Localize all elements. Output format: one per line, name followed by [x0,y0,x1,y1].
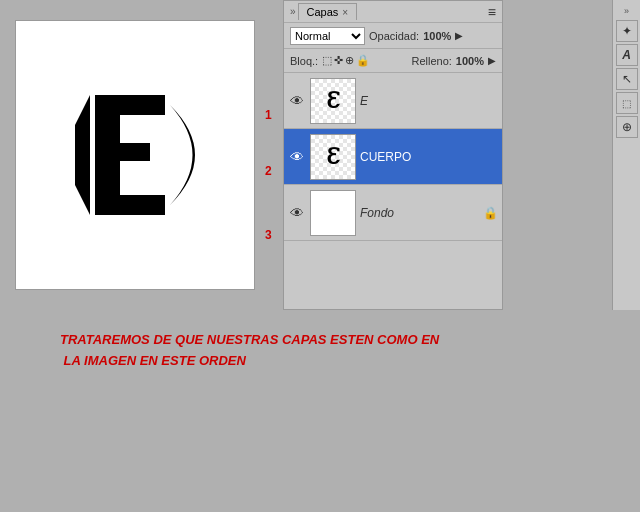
opacity-label: Opacidad: [369,30,419,42]
bottom-text-area: TRATAREMOS DE QUE NUESTRAS CAPAS ESTEN C… [0,310,640,510]
lock-icons: ⬚ ✜ ⊕ 🔒 [322,54,370,67]
instruction-text: TRATAREMOS DE QUE NUESTRAS CAPAS ESTEN C… [60,330,580,372]
layer-row-fondo[interactable]: 👁 Fondo 🔒 [284,185,502,241]
fill-value: 100% [456,55,484,67]
layer-lock-icon: 🔒 [483,206,498,220]
layer-name-e: E [360,94,498,108]
expand-icon: » [290,6,296,17]
layer-name-fondo: Fondo [360,206,479,220]
layer-row-cuerpo[interactable]: 👁 Ɛ CUERPO [284,129,502,185]
layer-thumb-cuerpo: Ɛ [310,134,356,180]
layer-visibility-fondo[interactable]: 👁 [288,205,306,221]
lock-all-icon[interactable]: 🔒 [356,54,370,67]
panel-header: » Capas × ≡ [284,1,502,23]
blend-opacity-row: Normal Opacidad: 100% ▶ [284,23,502,49]
opacity-arrow[interactable]: ▶ [455,30,463,41]
canvas-area [0,0,270,310]
letter-e-logo [75,85,195,225]
layer-thumb-e: Ɛ [310,78,356,124]
svg-rect-2 [95,143,150,161]
layer-row-e[interactable]: 👁 Ɛ E [284,73,502,129]
sidebar-btn-bottom[interactable]: ⊕ [616,116,638,138]
layer-number-3: 3 [265,228,272,242]
svg-rect-1 [95,95,165,115]
layer-name-cuerpo: CUERPO [360,150,498,164]
lock-move-icon[interactable]: ✜ [334,54,343,67]
panel-tab-capas[interactable]: Capas × [298,3,358,20]
panel-menu-icon[interactable]: ≡ [488,4,496,20]
layer-visibility-cuerpo[interactable]: 👁 [288,149,306,165]
lock-pixel-icon[interactable]: ⬚ [322,54,332,67]
opacity-value: 100% [423,30,451,42]
layers-list: 👁 Ɛ E 👁 Ɛ CUERPO 👁 Fondo 🔒 [284,73,502,241]
panel-title: Capas [307,6,339,18]
fill-arrow[interactable]: ▶ [488,55,496,66]
layer-thumb-fondo [310,190,356,236]
sidebar-btn-layers2[interactable]: ⬚ [616,92,638,114]
sidebar-btn-magic[interactable]: ✦ [616,20,638,42]
layer-number-1: 1 [265,108,272,122]
layer-number-2: 2 [265,164,272,178]
lock-fill-row: Bloq.: ⬚ ✜ ⊕ 🔒 Relleno: 100% ▶ [284,49,502,73]
svg-marker-4 [75,95,90,215]
blend-mode-select[interactable]: Normal [290,27,365,45]
sidebar-btn-cursor[interactable]: ↖ [616,68,638,90]
panel-close-button[interactable]: × [342,7,348,18]
canvas-white [15,20,255,290]
bloq-label: Bloq.: [290,55,318,67]
layer-visibility-e[interactable]: 👁 [288,93,306,109]
layers-panel: » Capas × ≡ Normal Opacidad: 100% ▶ Bloq… [283,0,503,310]
lock-position-icon[interactable]: ⊕ [345,54,354,67]
expand-arrows[interactable]: » [622,4,631,18]
svg-rect-3 [95,195,165,215]
sidebar-btn-text[interactable]: A [616,44,638,66]
fill-label: Relleno: [412,55,452,67]
